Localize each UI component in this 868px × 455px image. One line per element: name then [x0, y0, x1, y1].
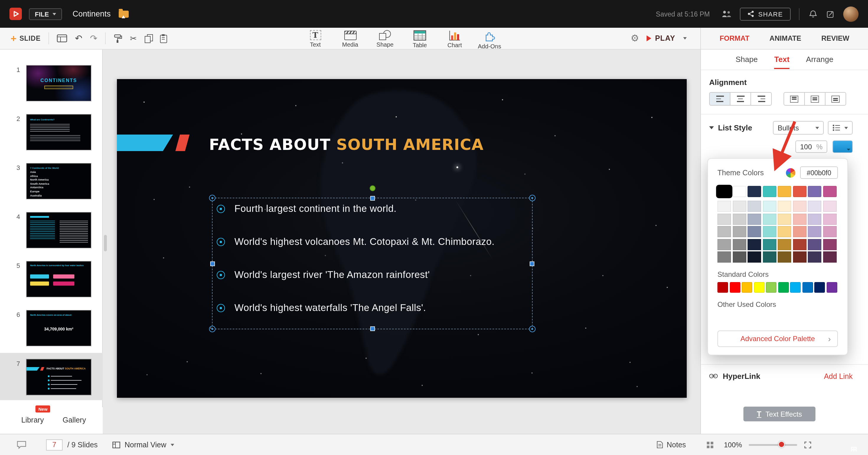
standard-color-swatch[interactable]: [754, 282, 764, 293]
insert-media-button[interactable]: Media: [337, 29, 364, 50]
play-button[interactable]: PLAY: [647, 34, 675, 42]
theme-tint-swatch[interactable]: [778, 201, 791, 212]
theme-tint-swatch[interactable]: [823, 239, 836, 250]
current-slide-input[interactable]: [46, 439, 63, 450]
thumbnail-image[interactable]: FACTS ABOUT SOUTH AMERICA: [26, 359, 92, 395]
theme-tint-swatch[interactable]: [793, 201, 806, 212]
thumbnail-image[interactable]: CONTINENTS: [26, 65, 92, 101]
collapse-triangle-icon[interactable]: [709, 126, 714, 129]
notes-button[interactable]: Notes: [657, 441, 686, 449]
thumbnail-image[interactable]: North America is surrounded by four wate…: [26, 261, 92, 297]
file-menu-button[interactable]: FILE: [29, 8, 62, 20]
grid-view-icon[interactable]: [706, 441, 714, 449]
theme-tint-swatch[interactable]: [717, 239, 731, 250]
theme-tint-swatch[interactable]: [733, 226, 746, 237]
thumbnail-image[interactable]: North America covers an area of about: 3…: [26, 310, 92, 347]
library-tab[interactable]: Library: [21, 416, 44, 424]
text-effects-button[interactable]: T Text Effects: [743, 407, 815, 421]
slide-bullet-item[interactable]: World's largest river 'The Amazon rainfo…: [217, 269, 535, 280]
comments-icon[interactable]: [17, 440, 27, 449]
theme-color-swatch[interactable]: [793, 186, 806, 197]
theme-tint-swatch[interactable]: [808, 251, 822, 263]
app-logo-icon[interactable]: [9, 8, 22, 20]
share-button[interactable]: SHARE: [740, 7, 790, 20]
slide-canvas[interactable]: FACTS ABOUT SOUTH AMERICA Fourth largest…: [117, 79, 687, 398]
theme-tint-swatch[interactable]: [808, 226, 822, 237]
theme-tint-swatch[interactable]: [763, 213, 776, 225]
gallery-tab[interactable]: Gallery: [63, 416, 86, 424]
fullscreen-icon[interactable]: [804, 441, 811, 448]
slide-bullet-item[interactable]: Fourth largest continent in the world.: [217, 203, 535, 214]
theme-tint-swatch[interactable]: [793, 213, 806, 225]
document-title[interactable]: Continents: [73, 9, 111, 18]
resize-handle-bottom-left[interactable]: [209, 326, 216, 332]
hex-color-input[interactable]: [800, 166, 838, 179]
paste-icon[interactable]: [160, 35, 167, 43]
theme-tint-swatch[interactable]: [748, 251, 761, 263]
theme-tint-swatch[interactable]: [793, 239, 806, 250]
theme-tint-swatch[interactable]: [763, 239, 776, 250]
slide-thumbnail-4[interactable]: 4: [0, 212, 103, 258]
title-cyan-slash[interactable]: [117, 135, 173, 151]
undo-button[interactable]: ↶: [75, 34, 82, 43]
valign-middle-button[interactable]: [804, 92, 826, 106]
theme-tint-swatch[interactable]: [717, 226, 731, 237]
theme-tint-swatch[interactable]: [733, 201, 746, 212]
theme-tint-swatch[interactable]: [763, 201, 776, 212]
align-right-button[interactable]: [750, 92, 772, 106]
standard-color-swatch[interactable]: [742, 282, 752, 293]
zoom-slider[interactable]: [749, 444, 797, 446]
theme-tint-swatch[interactable]: [823, 201, 836, 212]
notifications-bell-icon[interactable]: [808, 8, 818, 19]
theme-tint-swatch[interactable]: [778, 239, 791, 250]
bullet-size-input[interactable]: 100 %: [795, 140, 827, 153]
insert-shape-button[interactable]: Shape: [371, 29, 399, 50]
standard-color-swatch[interactable]: [802, 282, 813, 293]
theme-color-swatch[interactable]: [778, 186, 791, 197]
play-options-chevron-icon[interactable]: [683, 37, 686, 39]
slide-thumbnail-2[interactable]: 2 What are Continents?: [0, 114, 103, 161]
feedback-edit-icon[interactable]: [826, 8, 836, 19]
cut-scissors-icon[interactable]: ✂: [130, 34, 137, 42]
resize-handle-bottom-right[interactable]: [529, 326, 535, 332]
theme-tint-swatch[interactable]: [823, 213, 836, 225]
tab-animate[interactable]: ANIMATE: [769, 34, 801, 42]
theme-tint-swatch[interactable]: [823, 251, 836, 263]
slide-bullet-item[interactable]: World's highest volcanoes Mt. Cotopaxi &…: [217, 236, 535, 247]
slide-layout-icon[interactable]: [57, 34, 67, 42]
theme-tint-swatch[interactable]: [717, 251, 731, 263]
user-avatar[interactable]: [843, 6, 859, 22]
theme-color-swatch[interactable]: [808, 186, 822, 197]
insert-chart-button[interactable]: Chart: [441, 29, 468, 50]
theme-tint-swatch[interactable]: [808, 239, 822, 250]
new-slide-button[interactable]: + SLIDE: [11, 33, 41, 43]
zoom-slider-knob[interactable]: [778, 441, 785, 448]
redo-button[interactable]: ↷: [90, 34, 97, 43]
theme-tint-swatch[interactable]: [793, 226, 806, 237]
standard-color-swatch[interactable]: [717, 282, 728, 293]
color-wheel-icon[interactable]: [786, 168, 795, 177]
theme-tint-swatch[interactable]: [808, 201, 822, 212]
title-red-slash[interactable]: [175, 135, 190, 151]
theme-tint-swatch[interactable]: [717, 201, 731, 212]
resize-handle-bottom[interactable]: [370, 326, 375, 331]
slide-thumbnail-5[interactable]: 5 North America is surrounded by four wa…: [0, 261, 103, 307]
view-mode-dropdown[interactable]: Normal View: [112, 441, 174, 449]
theme-tint-swatch[interactable]: [733, 239, 746, 250]
subtab-arrange[interactable]: Arrange: [806, 55, 833, 68]
theme-tint-swatch[interactable]: [717, 213, 731, 225]
rotate-handle[interactable]: [369, 185, 375, 191]
theme-tint-swatch[interactable]: [748, 226, 761, 237]
align-center-button[interactable]: [730, 92, 751, 106]
theme-tint-swatch[interactable]: [778, 226, 791, 237]
resize-handle-top-right[interactable]: [529, 195, 535, 201]
valign-top-button[interactable]: [783, 92, 805, 106]
bullet-color-swatch-button[interactable]: [833, 140, 852, 153]
settings-gear-icon[interactable]: ⚙: [631, 34, 639, 43]
theme-tint-swatch[interactable]: [763, 251, 776, 263]
slide-thumbnail-7[interactable]: 7 FACTS ABOUT SOUTH AMERICA: [0, 359, 103, 405]
theme-tint-swatch[interactable]: [748, 201, 761, 212]
standard-color-swatch[interactable]: [826, 282, 837, 293]
format-painter-icon[interactable]: [113, 34, 122, 43]
thumbnail-image[interactable]: [26, 212, 92, 249]
